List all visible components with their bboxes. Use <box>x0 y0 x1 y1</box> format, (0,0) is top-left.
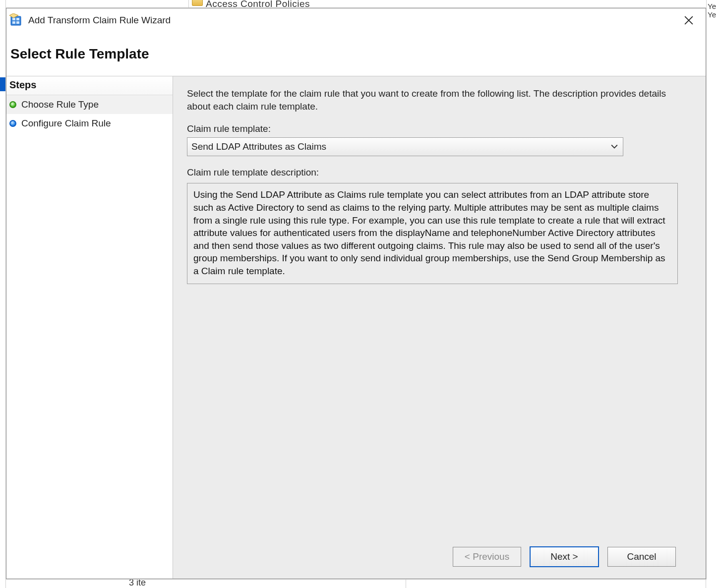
svg-rect-4 <box>16 21 19 24</box>
folder-icon <box>192 0 203 6</box>
content-spacer <box>187 284 689 543</box>
steps-heading: Steps <box>6 76 173 95</box>
svg-rect-1 <box>12 18 15 20</box>
next-button[interactable]: Next > <box>530 547 599 567</box>
step-label: Configure Claim Rule <box>21 118 111 129</box>
wizard-dialog: Add Transform Claim Rule Wizard Select R… <box>6 8 706 579</box>
previous-button: < Previous <box>453 547 521 567</box>
background-divider <box>706 579 706 588</box>
step-configure-claim-rule[interactable]: Configure Claim Rule <box>6 114 173 133</box>
wizard-icon <box>9 13 23 27</box>
background-right-fragment: Ye <box>708 10 720 19</box>
svg-rect-2 <box>16 18 19 20</box>
titlebar: Add Transform Claim Rule Wizard <box>6 8 706 32</box>
svg-rect-3 <box>12 21 15 24</box>
background-tree-selection <box>0 77 6 91</box>
dialog-header: Select Rule Template <box>6 32 706 76</box>
step-choose-rule-type[interactable]: Choose Rule Type <box>6 95 173 114</box>
content-pane: Select the template for the claim rule t… <box>173 76 706 579</box>
background-right-fragment: Ye <box>708 2 720 10</box>
background-tree-item: Access Control Policies <box>188 0 417 8</box>
cancel-button[interactable]: Cancel <box>607 547 676 567</box>
dialog-title: Add Transform Claim Rule Wizard <box>28 15 677 26</box>
template-label: Claim rule template: <box>187 123 689 134</box>
close-icon <box>684 16 693 25</box>
background-right-pane: Ye Ye <box>706 0 721 40</box>
instruction-text: Select the template for the claim rule t… <box>187 87 689 113</box>
dialog-body: Steps Choose Rule Type Configure Claim R… <box>6 76 706 579</box>
wizard-footer: < Previous Next > Cancel <box>187 543 689 579</box>
description-label: Claim rule template description: <box>187 167 689 178</box>
step-bullet-current-icon <box>9 101 16 108</box>
background-tree-strip <box>0 0 6 588</box>
template-description: Using the Send LDAP Attribute as Claims … <box>187 183 678 284</box>
steps-sidebar: Steps Choose Rule Type Configure Claim R… <box>6 76 173 579</box>
step-bullet-pending-icon <box>9 120 16 127</box>
background-status-fragment: 3 ite <box>129 578 146 588</box>
chevron-down-icon <box>611 143 618 151</box>
svg-rect-0 <box>11 16 21 25</box>
claim-rule-template-dropdown[interactable]: Send LDAP Attributes as Claims <box>187 137 623 156</box>
background-divider <box>406 579 406 588</box>
page-title: Select Rule Template <box>10 46 706 62</box>
dropdown-selected-value: Send LDAP Attributes as Claims <box>191 141 326 152</box>
step-label: Choose Rule Type <box>21 99 99 110</box>
close-button[interactable] <box>677 10 701 30</box>
